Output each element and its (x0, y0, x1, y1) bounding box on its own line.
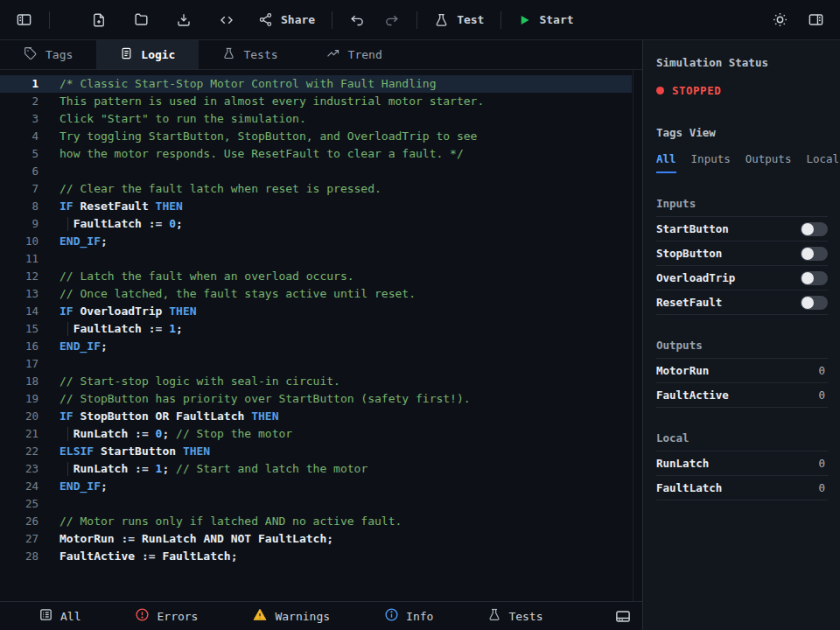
code-editor[interactable]: 1/* Classic Start-Stop Motor Control wit… (0, 70, 642, 601)
code-line[interactable]: 25 (0, 495, 632, 513)
statusbar-item-errors[interactable]: Errors (135, 607, 198, 625)
statusbar-label: Warnings (275, 610, 330, 623)
code-line[interactable]: 17 (0, 355, 632, 373)
code-line[interactable]: 24END_IF; (0, 478, 632, 495)
statusbar-item-warnings[interactable]: Warnings (252, 607, 330, 625)
start-button[interactable]: Start (513, 8, 578, 32)
statusbar-label: All (60, 610, 80, 623)
editor-tabbar: Tags Logic Tests (0, 40, 642, 70)
statusbar-item-info[interactable]: Info (384, 607, 433, 625)
code-line[interactable]: 6 (0, 163, 632, 180)
tag-row-group: StartButtonStopButtonOverloadTripResetFa… (656, 216, 828, 315)
code-text: how the motor responds. Use ResetFault t… (60, 145, 464, 163)
editor-scrollbar[interactable] (633, 70, 642, 601)
code-text: IF StopButton OR FaultLatch THEN (60, 408, 278, 425)
code-text: This pattern is used in almost every ind… (60, 93, 484, 110)
panel-left-icon (16, 11, 32, 28)
tag-row: MotorRun0 (656, 358, 828, 382)
view-tab-local[interactable]: Local (806, 152, 839, 173)
tab-tags[interactable]: Tags (0, 40, 96, 69)
new-file-button[interactable] (86, 7, 112, 33)
tag-toggle[interactable] (801, 222, 828, 236)
start-label: Start (539, 13, 573, 26)
tag-row-group: RunLatch0FaultLatch0 (656, 451, 828, 500)
line-number: 14 (0, 303, 38, 320)
toggle-knob (802, 272, 814, 284)
code-line[interactable]: 16END_IF; (0, 338, 632, 355)
view-tab-all[interactable]: All (656, 152, 676, 173)
panel-bottom-icon (614, 614, 632, 627)
tab-tests[interactable]: Tests (199, 40, 301, 69)
tags-view-tabs: All Inputs Outputs Local (656, 152, 828, 173)
code-line[interactable]: 13// Once latched, the fault stays activ… (0, 285, 632, 303)
statusbar-label: Info (406, 610, 433, 623)
code-line[interactable]: 8IF ResetFault THEN (0, 198, 632, 215)
code-line[interactable]: 9 FaultLatch := 0; (0, 215, 632, 233)
tag-value: 0 (818, 457, 828, 470)
section-heading: Inputs (656, 197, 828, 210)
code-text: END_IF; (60, 338, 108, 355)
line-number: 24 (0, 478, 38, 495)
code-text: RunLatch := 1; // Start and latch the mo… (60, 460, 368, 478)
tag-row: FaultActive0 (656, 382, 828, 407)
view-tab-inputs[interactable]: Inputs (691, 152, 731, 173)
code-line[interactable]: 1/* Classic Start-Stop Motor Control wit… (0, 75, 632, 93)
undo-button[interactable] (344, 7, 371, 32)
code-line[interactable]: 23 RunLatch := 1; // Start and latch the… (0, 460, 632, 478)
download-button[interactable] (171, 7, 197, 33)
tag-name: RunLatch (656, 457, 709, 470)
code-line[interactable]: 19// StopButton has priority over StartB… (0, 390, 632, 408)
toggle-bottom-panel-button[interactable] (614, 608, 632, 627)
simulation-status-title: Simulation Status (656, 56, 828, 69)
code-line[interactable]: 21 RunLatch := 0; // Stop the motor (0, 425, 632, 443)
code-text: // Motor runs only if latched AND no act… (60, 513, 402, 530)
toggle-knob (802, 248, 814, 260)
info-icon (384, 607, 399, 625)
code-line[interactable]: 2This pattern is used in almost every in… (0, 93, 632, 110)
tag-toggle[interactable] (801, 271, 828, 285)
code-text: FaultActive := FaultLatch; (60, 548, 238, 565)
code-line[interactable]: 14IF OverloadTrip THEN (0, 303, 632, 320)
toolbar-divider (49, 11, 50, 29)
code-text: // Once latched, the fault stays active … (60, 285, 416, 303)
tag-toggle[interactable] (801, 296, 828, 310)
toolbar-divider (332, 11, 332, 29)
test-button[interactable]: Test (429, 7, 489, 33)
problems-statusbar: All Errors (0, 601, 642, 630)
code-line[interactable]: 12// Latch the fault when an overload oc… (0, 268, 632, 285)
toggle-right-panel-button[interactable] (802, 6, 830, 33)
flask-icon (434, 12, 449, 28)
redo-button[interactable] (378, 7, 405, 32)
code-line[interactable]: 22ELSIF StartButton THEN (0, 443, 632, 460)
line-number: 22 (0, 443, 38, 460)
tag-name: MotorRun (656, 364, 709, 377)
tab-logic[interactable]: Logic (96, 40, 199, 69)
tab-label: Logic (141, 48, 175, 61)
tab-label: Trend (348, 48, 382, 61)
tab-trend[interactable]: Trend (302, 40, 406, 69)
code-line[interactable]: 27MotorRun := RunLatch AND NOT FaultLatc… (0, 530, 632, 548)
code-line[interactable]: 11 (0, 250, 632, 268)
code-line[interactable]: 26// Motor runs only if latched AND no a… (0, 513, 632, 530)
share-button[interactable]: Share (253, 7, 320, 32)
section-heading: Outputs (656, 339, 828, 352)
code-line[interactable]: 20IF StopButton OR FaultLatch THEN (0, 408, 632, 425)
code-line[interactable]: 7// Clear the fault latch when reset is … (0, 180, 632, 198)
statusbar-item-all[interactable]: All (38, 607, 80, 625)
tag-name: FaultActive (656, 388, 729, 402)
theme-toggle-button[interactable] (766, 6, 794, 33)
code-line[interactable]: 10END_IF; (0, 233, 632, 250)
toggle-left-panel-button[interactable] (10, 6, 38, 33)
code-line[interactable]: 18// Start-stop logic with seal-in circu… (0, 373, 632, 390)
view-code-button[interactable] (213, 7, 241, 33)
code-text: MotorRun := RunLatch AND NOT FaultLatch; (60, 530, 333, 548)
statusbar-item-tests[interactable]: Tests (487, 607, 542, 625)
code-line[interactable]: 3Click "Start" to run the simulation. (0, 110, 632, 128)
view-tab-outputs[interactable]: Outputs (746, 152, 792, 173)
code-line[interactable]: 28FaultActive := FaultLatch; (0, 548, 632, 565)
code-line[interactable]: 15 FaultLatch := 1; (0, 320, 632, 338)
code-line[interactable]: 4Try toggling StartButton, StopButton, a… (0, 128, 632, 145)
code-line[interactable]: 5how the motor responds. Use ResetFault … (0, 145, 632, 163)
tag-toggle[interactable] (801, 247, 828, 261)
open-folder-button[interactable] (128, 6, 155, 33)
